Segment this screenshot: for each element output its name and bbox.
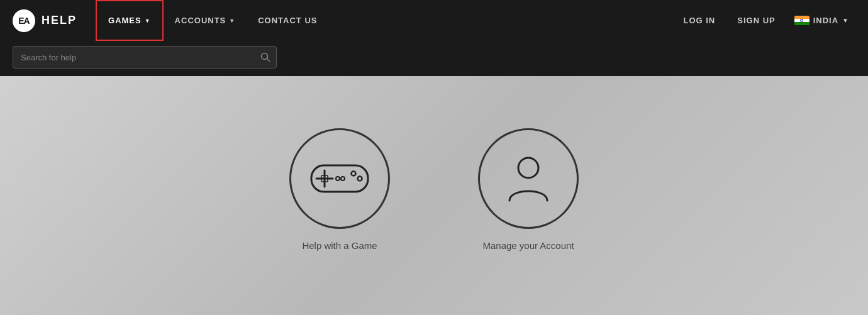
nav-accounts[interactable]: ACCOUNTS ▼ [164,0,247,41]
nav-contact[interactable]: CONTACT US [247,0,328,41]
svg-point-7 [358,177,362,181]
gamepad-icon-circle [289,128,390,229]
gamepad-label: Help with a Game [302,240,377,251]
nav-games-label: GAMES [108,16,142,25]
signup-link[interactable]: SIGN UP [728,0,784,41]
login-link[interactable]: LOG IN [674,0,725,41]
games-chevron-icon: ▼ [145,18,151,24]
svg-point-6 [352,172,356,176]
search-input[interactable] [13,46,277,69]
svg-point-9 [341,177,345,180]
search-icon [260,52,270,62]
nav-contact-label: CONTACT US [258,16,317,25]
ea-logo-text: EA [18,16,29,26]
svg-point-8 [336,177,340,180]
ea-logo-circle: EA [13,9,35,32]
manage-account-card[interactable]: Manage your Account [478,128,579,251]
nav-games[interactable]: GAMES ▼ [96,0,164,41]
help-with-game-card[interactable]: Help with a Game [289,128,390,251]
region-chevron-icon: ▼ [842,17,849,24]
india-flag-icon [794,16,810,26]
search-input-wrap [13,46,277,69]
flag-green-stripe [794,22,810,25]
site-logo[interactable]: EA HELP [13,9,77,32]
accounts-chevron-icon: ▼ [229,18,235,24]
icons-row: Help with a Game Manage your Account [289,128,579,251]
region-selector[interactable]: INDIA ▼ [788,0,855,41]
navbar: EA HELP GAMES ▼ ACCOUNTS ▼ CONTACT US LO… [0,0,868,41]
nav-accounts-label: ACCOUNTS [175,16,226,25]
region-label: INDIA [813,16,838,25]
svg-point-10 [518,158,538,178]
account-label: Manage your Account [482,240,574,251]
search-bar [0,41,868,76]
nav-right: LOG IN SIGN UP INDIA ▼ [674,0,855,41]
svg-line-1 [267,59,270,62]
help-title: HELP [42,14,77,27]
main-content: Help with a Game Manage your Account [0,76,868,315]
nav-links: GAMES ▼ ACCOUNTS ▼ CONTACT US [96,0,328,41]
user-icon-circle [478,128,579,229]
user-icon [503,150,554,207]
search-button[interactable] [260,52,270,62]
gamepad-icon [308,158,371,199]
